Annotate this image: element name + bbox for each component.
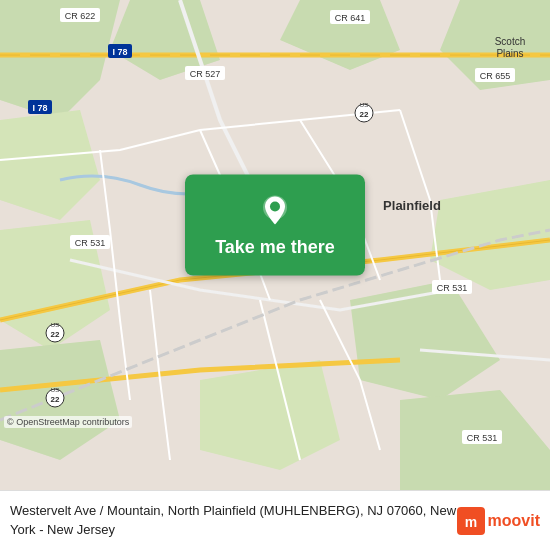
svg-text:CR 531: CR 531	[437, 283, 468, 293]
svg-point-44	[270, 202, 280, 212]
svg-text:Plains: Plains	[496, 48, 523, 59]
moovit-text: moovit	[488, 512, 540, 530]
svg-text:22: 22	[360, 110, 369, 119]
take-me-there-label: Take me there	[215, 237, 335, 258]
svg-text:CR 531: CR 531	[75, 238, 106, 248]
take-me-there-button[interactable]: Take me there	[185, 175, 365, 276]
svg-text:CR 531: CR 531	[467, 433, 498, 443]
map-container: CR 622 I 78 I 78 CR 527 CR 641 CR 655 22…	[0, 0, 550, 490]
svg-text:CR 527: CR 527	[190, 69, 221, 79]
footer: Westervelt Ave / Mountain, North Plainfi…	[0, 490, 550, 550]
svg-text:Scotch: Scotch	[495, 36, 526, 47]
svg-text:I 78: I 78	[112, 47, 127, 57]
svg-text:US: US	[51, 387, 59, 393]
svg-text:22: 22	[51, 395, 60, 404]
svg-text:CR 641: CR 641	[335, 13, 366, 23]
svg-text:US: US	[360, 102, 368, 108]
location-pin-icon	[257, 193, 293, 229]
svg-text:22: 22	[51, 330, 60, 339]
footer-address: Westervelt Ave / Mountain, North Plainfi…	[10, 502, 457, 538]
moovit-logo: m moovit	[457, 507, 540, 535]
svg-text:CR 655: CR 655	[480, 71, 511, 81]
osm-credit: © OpenStreetMap contributors	[4, 416, 132, 428]
svg-text:m: m	[464, 514, 476, 530]
svg-text:Plainfield: Plainfield	[383, 198, 441, 213]
svg-text:US: US	[51, 322, 59, 328]
svg-text:CR 622: CR 622	[65, 11, 96, 21]
svg-text:I 78: I 78	[32, 103, 47, 113]
moovit-logo-icon: m	[457, 507, 485, 535]
